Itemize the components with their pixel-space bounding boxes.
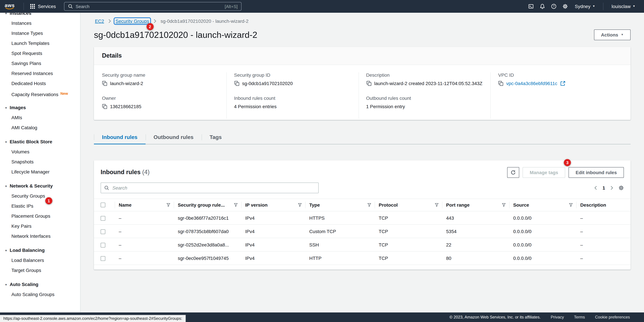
breadcrumb-link[interactable]: EC2 xyxy=(95,18,104,24)
sidebar-item[interactable]: AMI Catalog xyxy=(0,123,80,133)
annotation-badge-1: 1 xyxy=(45,197,52,204)
aws-logo[interactable]: aws xyxy=(5,3,15,10)
copy-icon[interactable] xyxy=(498,81,504,86)
column-header[interactable]: IP version xyxy=(241,199,305,211)
sidebar-item[interactable]: Spot Requests xyxy=(0,48,80,58)
table-title: Inbound rules (4) xyxy=(100,167,150,176)
sidebar-item[interactable]: ▼Instances xyxy=(0,13,80,18)
filter-icon[interactable] xyxy=(166,203,170,207)
previous-page-button[interactable] xyxy=(594,186,597,190)
details-body: Security group name launch-wizard-2 Owne… xyxy=(94,65,630,120)
sidebar-item-label: Spot Requests xyxy=(12,51,42,56)
filter-icon[interactable] xyxy=(234,203,238,207)
help-button[interactable]: ? xyxy=(548,0,559,13)
column-header[interactable]: Type xyxy=(305,199,375,211)
sidebar-item[interactable]: Network Interfaces xyxy=(0,231,80,241)
services-menu[interactable]: Services xyxy=(28,0,58,13)
filter-icon[interactable] xyxy=(367,203,371,207)
row-checkbox[interactable] xyxy=(100,216,105,220)
tab[interactable]: Outbound rules xyxy=(146,131,202,144)
svg-text:?: ? xyxy=(553,5,554,8)
sidebar-item[interactable]: ▼Network & Security xyxy=(0,181,80,191)
column-header[interactable]: Name xyxy=(115,199,174,211)
row-checkbox[interactable] xyxy=(100,229,105,234)
copy-icon[interactable] xyxy=(102,104,107,109)
region-selector[interactable]: Sydney ▼ xyxy=(571,0,599,13)
sidebar-item[interactable]: Launch Templates xyxy=(0,38,80,48)
next-page-button[interactable] xyxy=(610,186,613,190)
sidebar-item[interactable]: Auto Scaling Groups xyxy=(0,289,80,299)
column-header[interactable]: Description xyxy=(576,199,630,211)
external-link-icon[interactable] xyxy=(560,81,565,86)
sidebar-item[interactable]: Placement Groups xyxy=(0,211,80,221)
row-checkbox[interactable] xyxy=(100,256,105,261)
column-header[interactable]: Protocol xyxy=(375,199,442,211)
sidebar-item[interactable]: ▼Load Balancing xyxy=(0,245,80,255)
refresh-button[interactable] xyxy=(507,167,520,178)
footer-link[interactable]: Cookie preferences xyxy=(595,315,630,320)
sidebar-item[interactable]: Instance Types xyxy=(0,28,80,38)
sidebar-item[interactable]: Volumes xyxy=(0,147,80,157)
filter-icon[interactable] xyxy=(435,203,439,207)
sidebar-item[interactable]: Snapshots xyxy=(0,157,80,167)
breadcrumb-link[interactable]: Security Groups xyxy=(116,18,149,24)
account-menu[interactable]: louisclaw ▼ xyxy=(608,0,639,13)
filter-icon[interactable] xyxy=(569,203,573,207)
tab[interactable]: Tags xyxy=(202,131,230,144)
sidebar-item[interactable]: Dedicated Hosts xyxy=(0,78,80,88)
rules-search-input[interactable] xyxy=(100,182,319,193)
manage-tags-button[interactable]: Manage tags xyxy=(523,167,565,178)
global-search-input[interactable]: Search [Alt+S] xyxy=(64,2,241,11)
notifications-button[interactable] xyxy=(536,0,548,13)
sidebar-item-label: Key Pairs xyxy=(12,223,32,229)
sidebar-item[interactable]: Security Groups 1 xyxy=(0,191,80,201)
grid-icon xyxy=(30,4,35,9)
question-icon: ? xyxy=(551,4,556,9)
sidebar-item[interactable]: Savings Plans xyxy=(0,58,80,68)
footer-link[interactable]: Privacy xyxy=(551,315,564,320)
sidebar-item[interactable]: ▼Auto Scaling xyxy=(0,279,80,289)
field-value: sg-0dcb1a91702102020 xyxy=(242,80,293,87)
sidebar-item[interactable]: AMIs xyxy=(0,113,80,123)
breadcrumb-link[interactable]: sg-0dcb1a91702102020 - launch-wizard-2 xyxy=(160,18,248,24)
sidebar-item[interactable]: Target Groups xyxy=(0,265,80,275)
sidebar-item[interactable]: ▼Elastic Block Store xyxy=(0,137,80,147)
sidebar-item[interactable]: Reserved Instances xyxy=(0,68,80,78)
sidebar-item[interactable]: Key Pairs xyxy=(0,221,80,231)
sidebar-item[interactable]: Elastic IPs xyxy=(0,201,80,211)
copy-icon[interactable] xyxy=(366,81,372,86)
page-number[interactable]: 1 xyxy=(602,185,605,190)
sidebar-item[interactable]: Load Balancers xyxy=(0,255,80,265)
sidebar-item[interactable]: Lifecycle Manager xyxy=(0,167,80,177)
filter-icon[interactable] xyxy=(298,203,302,207)
column-header[interactable]: Source xyxy=(509,199,576,211)
copy-icon[interactable] xyxy=(102,81,107,86)
table-row[interactable]: – sgr-0ec0ee957f1049745 IPv4 HTTP TCP 80… xyxy=(94,252,630,265)
row-checkbox[interactable] xyxy=(100,243,105,247)
select-all-checkbox[interactable] xyxy=(100,203,105,207)
filter-icon[interactable] xyxy=(502,203,506,207)
copy-icon[interactable] xyxy=(234,81,240,86)
settings-button[interactable] xyxy=(559,0,571,13)
sidebar-item-label: Instance Types xyxy=(12,30,43,36)
cloudshell-button[interactable] xyxy=(525,0,536,13)
edit-inbound-rules-button[interactable]: Edit inbound rules xyxy=(568,167,624,178)
sidebar-item-label: Auto Scaling Groups xyxy=(12,292,54,297)
sidebar-item[interactable]: Capacity ReservationsNew xyxy=(0,88,80,98)
cell-protocol: TCP xyxy=(375,242,442,247)
sidebar-item[interactable]: ▼Images xyxy=(0,103,80,113)
actions-button[interactable]: Actions ▼ xyxy=(594,29,630,40)
table-header-row: Inbound rules (4) Manage tags Edit inbou… xyxy=(94,161,630,182)
cell-port-range: 80 xyxy=(442,255,509,261)
sidebar-item[interactable]: Instances xyxy=(0,18,80,28)
vpc-link[interactable]: vpc-0a4a3c86ebfd9611c xyxy=(506,80,558,87)
table-row[interactable]: – sgr-078735cb8bf607da0 IPv4 Custom TCP … xyxy=(94,225,630,238)
tab[interactable]: Inbound rules xyxy=(94,131,146,144)
table-row[interactable]: – sgr-0be366f77a20716c1 IPv4 HTTPS TCP 4… xyxy=(94,211,630,225)
footer-link[interactable]: Terms xyxy=(574,315,585,320)
column-header[interactable]: Port range xyxy=(442,199,509,211)
table-settings-button[interactable] xyxy=(618,185,624,190)
column-header[interactable]: Security group rule... xyxy=(174,199,241,211)
table-row[interactable]: – sgr-0252d2ee3d8a0a8... IPv4 SSH TCP 22… xyxy=(94,238,630,252)
cell-rule-id: sgr-078735cb8bf607da0 xyxy=(174,229,241,234)
